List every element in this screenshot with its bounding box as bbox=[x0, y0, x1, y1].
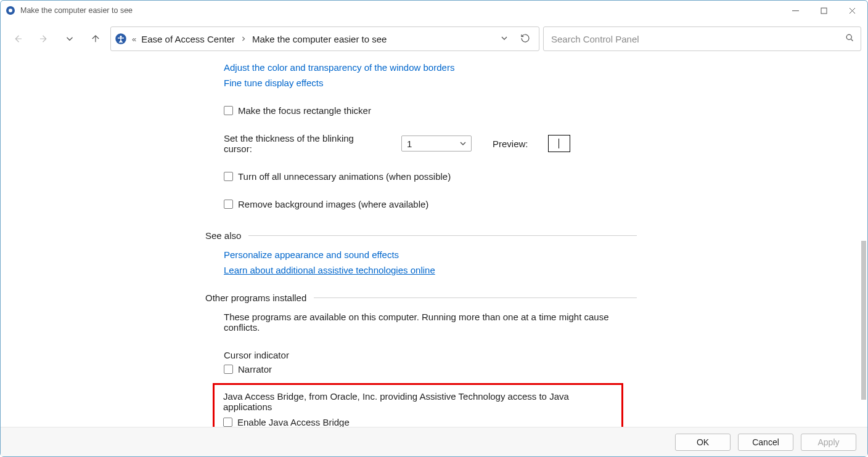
section-other-programs-label: Other programs installed bbox=[205, 293, 306, 303]
link-fine-tune[interactable]: Fine tune display effects bbox=[224, 78, 323, 88]
checkbox-narrator-label: Narrator bbox=[238, 364, 272, 374]
nav-back-button[interactable] bbox=[7, 28, 29, 50]
svg-line-9 bbox=[851, 39, 853, 41]
nav-recent-dropdown[interactable] bbox=[59, 28, 81, 50]
apply-button[interactable]: Apply bbox=[801, 434, 856, 451]
checkbox-enable-jab[interactable] bbox=[223, 418, 232, 427]
scrollbar-thumb[interactable] bbox=[861, 241, 866, 400]
section-other-programs: Other programs installed bbox=[205, 293, 637, 303]
search-input[interactable] bbox=[550, 27, 840, 51]
section-see-also-label: See also bbox=[205, 230, 241, 241]
cursor-thickness-value: 1 bbox=[407, 139, 412, 149]
breadcrumb-dropdown-icon[interactable] bbox=[499, 33, 509, 45]
preview-label: Preview: bbox=[493, 139, 528, 149]
titlebar: Make the computer easier to see bbox=[1, 1, 867, 20]
checkbox-remove-bg[interactable] bbox=[224, 200, 233, 209]
svg-rect-3 bbox=[821, 8, 827, 14]
minimize-button[interactable] bbox=[781, 1, 809, 20]
nav-up-button[interactable] bbox=[84, 28, 107, 50]
chevron-right-icon bbox=[241, 34, 246, 43]
search-box[interactable] bbox=[543, 26, 861, 51]
svg-point-1 bbox=[9, 9, 12, 12]
cancel-button[interactable]: Cancel bbox=[738, 434, 793, 451]
checkbox-remove-bg-label: Remove background images (where availabl… bbox=[238, 199, 428, 209]
checkbox-turn-off-animations-label: Turn off all unnecessary animations (whe… bbox=[238, 171, 451, 182]
nav-row: « Ease of Access Center Make the compute… bbox=[1, 20, 867, 57]
breadcrumb-current[interactable]: Make the computer easier to see bbox=[252, 34, 387, 44]
jab-desc: Java Access Bridge, from Oracle, Inc. pr… bbox=[223, 391, 569, 412]
highlight-java-access-bridge: Java Access Bridge, from Oracle, Inc. pr… bbox=[213, 383, 623, 427]
section-see-also: See also bbox=[205, 230, 637, 241]
search-icon[interactable] bbox=[845, 33, 854, 44]
ease-of-access-icon bbox=[115, 33, 127, 45]
chevron-down-icon bbox=[460, 140, 466, 147]
svg-point-7 bbox=[120, 36, 121, 38]
cursor-indicator-label: Cursor indicator bbox=[224, 350, 289, 360]
checkbox-focus-thicker-label: Make the focus rectangle thicker bbox=[238, 105, 371, 116]
window-title: Make the computer easier to see bbox=[20, 6, 133, 15]
breadcrumb-overflow-icon[interactable]: « bbox=[132, 34, 136, 44]
scrollbar[interactable] bbox=[859, 57, 867, 427]
maximize-button[interactable] bbox=[809, 1, 838, 20]
cursor-thickness-combo[interactable]: 1 bbox=[401, 135, 472, 152]
checkbox-enable-jab-label: Enable Java Access Bridge bbox=[237, 417, 350, 427]
cursor-thickness-label: Set the thickness of the blinking cursor… bbox=[224, 133, 382, 154]
link-personalize[interactable]: Personalize appearance and sound effects bbox=[224, 249, 399, 260]
cursor-preview bbox=[548, 135, 570, 152]
refresh-button[interactable] bbox=[520, 33, 530, 45]
checkbox-narrator[interactable] bbox=[224, 365, 233, 374]
link-learn-online[interactable]: Learn about additional assistive technol… bbox=[224, 265, 435, 275]
close-button[interactable] bbox=[838, 1, 866, 20]
link-adjust-borders[interactable]: Adjust the color and transparency of the… bbox=[224, 62, 454, 73]
checkbox-focus-thicker[interactable] bbox=[224, 106, 233, 115]
control-panel-icon bbox=[6, 6, 15, 15]
breadcrumb[interactable]: « Ease of Access Center Make the compute… bbox=[110, 26, 539, 51]
breadcrumb-root[interactable]: Ease of Access Center bbox=[141, 34, 235, 44]
ok-button[interactable]: OK bbox=[675, 434, 731, 451]
checkbox-turn-off-animations[interactable] bbox=[224, 172, 233, 181]
footer: OK Cancel Apply bbox=[1, 427, 867, 456]
svg-point-8 bbox=[846, 34, 851, 39]
nav-forward-button[interactable] bbox=[33, 28, 55, 50]
window: Make the computer easier to see bbox=[0, 0, 868, 457]
other-programs-desc: These programs are available on this com… bbox=[224, 312, 609, 333]
content-area: Adjust the color and transparency of the… bbox=[1, 57, 867, 427]
